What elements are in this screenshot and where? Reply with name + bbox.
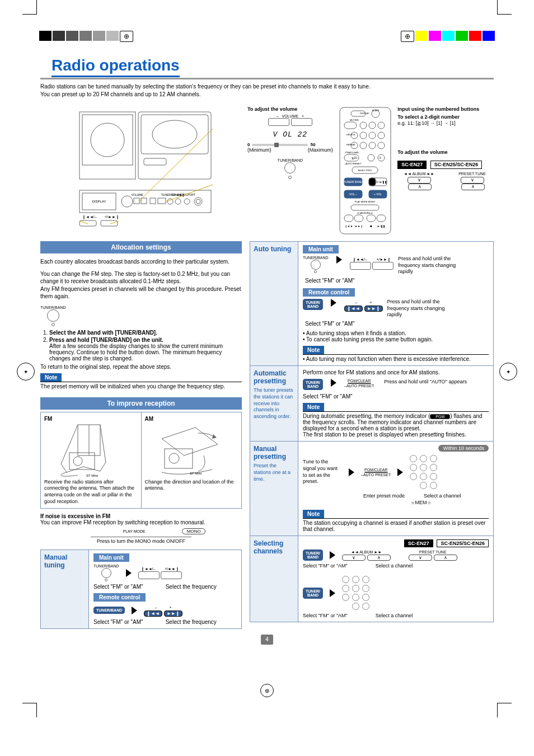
svg-point-21 <box>184 199 190 204</box>
svg-point-83 <box>169 453 179 463</box>
svg-point-22 <box>194 198 202 205</box>
svg-text:+/►►❙: +/►►❙ <box>105 215 119 219</box>
svg-rect-53 <box>344 215 353 222</box>
svg-point-42 <box>378 142 385 149</box>
numpad-icon <box>410 453 437 491</box>
volume-title: To adjust the volume <box>247 106 333 112</box>
svg-text:SLEEP: SLEEP <box>372 109 380 112</box>
page-title: Radio operations <box>51 57 180 77</box>
page: Radio operations Radio stations can be t… <box>35 40 499 678</box>
svg-rect-54 <box>354 215 363 222</box>
auto-tuning-title: Auto tuning <box>254 245 294 253</box>
svg-rect-31 <box>344 122 357 129</box>
page-number: 4 <box>261 635 273 645</box>
svg-point-34 <box>378 122 385 129</box>
svg-rect-82 <box>165 449 193 468</box>
svg-rect-12 <box>134 198 139 204</box>
svg-point-23 <box>196 199 200 204</box>
svg-point-40 <box>360 142 367 149</box>
volume-adjust-panel: To adjust the volume – VOLUME + V OL 22 … <box>247 106 333 180</box>
svg-rect-15 <box>158 198 166 204</box>
svg-text:PLAY MODE  MONO: PLAY MODE MONO <box>355 200 376 203</box>
print-registration-top: ⊕ ⊕ <box>0 0 534 40</box>
arrow-icon <box>126 569 132 577</box>
svg-point-41 <box>369 142 376 149</box>
svg-text:≧10: ≧10 <box>352 156 357 159</box>
svg-point-32 <box>360 122 367 129</box>
svg-text:►/❚❚: ►/❚❚ <box>377 224 385 228</box>
remote-captions: Input using the numbered buttons To sele… <box>397 106 494 190</box>
svg-text:■: ■ <box>370 224 372 228</box>
svg-rect-0 <box>79 112 135 179</box>
print-registration-bottom: ⊕ <box>0 678 534 717</box>
svg-point-80 <box>73 457 82 466</box>
svg-text:CD ►/❚❚: CD ►/❚❚ <box>374 180 387 184</box>
svg-rect-26 <box>79 220 96 226</box>
display-text: V OL 22 <box>273 130 308 139</box>
svg-text:DELETE: DELETE <box>346 133 355 136</box>
svg-rect-27 <box>101 220 118 226</box>
svg-rect-1 <box>82 115 133 165</box>
svg-text:–AUTO PRESET: –AUTO PRESET <box>344 162 362 165</box>
side-register-icon: ✦ <box>499 363 517 381</box>
reception-title: To improve reception <box>40 397 242 410</box>
svg-text:PGM/CLEAR: PGM/CLEAR <box>345 151 359 154</box>
svg-point-10 <box>121 196 133 207</box>
svg-point-36 <box>360 132 367 139</box>
allocation-title: Allocation settings <box>40 241 242 253</box>
am-antenna-icon: ST MHz <box>145 422 229 478</box>
note-label: Note <box>40 373 62 382</box>
svg-text:DISPLAY: DISPLAY <box>360 112 369 115</box>
svg-text:❙◄◄: ❙◄◄ <box>345 224 353 228</box>
numpad-icon <box>342 574 369 612</box>
svg-text:0: 0 <box>380 156 381 159</box>
svg-point-37 <box>369 132 376 139</box>
manual-preset-title: Manual presetting <box>254 445 294 461</box>
auto-preset-title: Automatic presetting <box>254 369 294 385</box>
svg-point-44 <box>368 154 374 161</box>
svg-text:TUNER/ BAND: TUNER/ BAND <box>344 180 363 184</box>
svg-text:ST  MHz: ST MHz <box>86 474 99 477</box>
svg-text:MUSIC PORT: MUSIC PORT <box>358 169 372 172</box>
fm-label: FM <box>44 416 52 422</box>
allocation-steps: Select the AM band with [TUNER/BAND]. Pr… <box>40 330 242 361</box>
svg-text:VOLUME: VOLUME <box>131 193 143 196</box>
tune-instruction: Tune to the signal you want to set as th… <box>303 459 342 485</box>
svg-text:VOL –: VOL – <box>349 192 357 196</box>
svg-text:❙◄◄/–: ❙◄◄/– <box>82 215 97 219</box>
svg-rect-14 <box>150 198 156 204</box>
svg-rect-6 <box>144 158 166 165</box>
noisy-title: If noise is excessive in FM <box>40 513 110 519</box>
svg-text:DISPLAY: DISPLAY <box>92 200 106 203</box>
select-channels-title: Selecting channels <box>254 539 294 555</box>
svg-point-38 <box>378 132 385 139</box>
svg-text:◄◄ALBUM►►: ◄◄ALBUM►► <box>357 212 373 214</box>
svg-rect-55 <box>367 215 376 222</box>
svg-point-33 <box>369 122 376 129</box>
svg-rect-52 <box>351 205 379 210</box>
svg-rect-3 <box>138 112 211 179</box>
svg-rect-13 <box>141 198 147 204</box>
svg-text:MUTING: MUTING <box>350 119 359 121</box>
side-register-icon: ✦ <box>17 363 35 381</box>
svg-text:►►❙: ►►❙ <box>355 224 363 228</box>
svg-point-19 <box>175 199 181 204</box>
intro-text: Radio stations can be tuned manually by … <box>40 83 494 98</box>
svg-text:ST  MHz: ST MHz <box>190 472 202 475</box>
am-label: AM <box>145 416 154 422</box>
svg-point-5 <box>152 120 197 148</box>
svg-text:REPEAT: REPEAT <box>346 143 355 146</box>
svg-text:+ VOL: + VOL <box>374 192 382 196</box>
manual-tuning-title: Manual tuning <box>44 553 85 569</box>
right-panel: Auto tuning Main unit TUNER/BAND <box>250 241 494 622</box>
main-unit-illustration: DISPLAY VOLUME TUNER/BAND CD ►/❚❚ MUSICP… <box>40 106 242 231</box>
svg-point-2 <box>91 123 124 157</box>
fm-antenna-icon: ST MHz <box>44 422 128 478</box>
svg-rect-56 <box>377 215 386 222</box>
remote-illustration: DISPLAY SLEEP MUTING DELETE REPEAT PGM/C… <box>339 106 392 236</box>
svg-point-45 <box>378 154 385 161</box>
